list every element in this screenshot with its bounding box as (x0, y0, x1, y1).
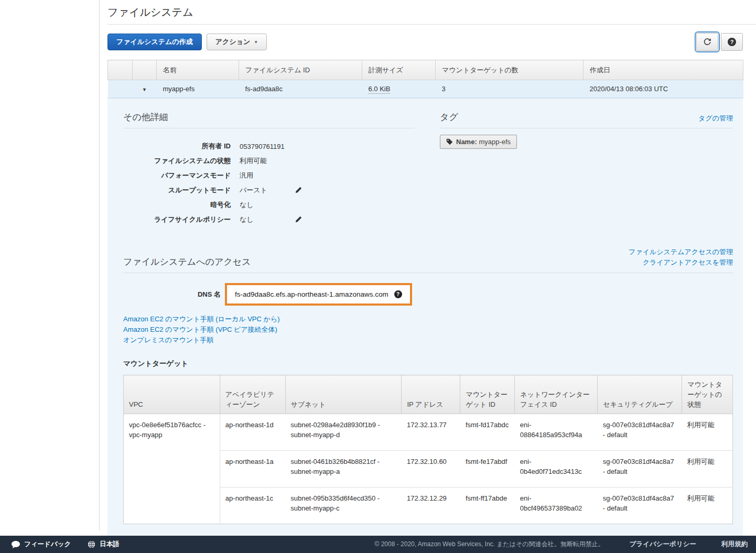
field-lifecycle-policy: ライフサイクルポリシー なし (123, 212, 415, 227)
speech-bubble-icon (12, 541, 20, 548)
feedback-label: フィードバック (24, 540, 71, 549)
page-title: ファイルシステム (107, 5, 756, 25)
main-content: ファイルシステム ファイルシステムの作成 アクション ▼ ? (100, 0, 756, 543)
filesystem-access-section: ファイルシステムへのアクセス ファイルシステムアクセスの管理 クライアントアクセ… (123, 247, 733, 524)
field-value: なし (240, 200, 254, 210)
ec2-mount-local-vpc-link[interactable]: Amazon EC2 のマウント手順 (ローカル VPC から) (123, 314, 733, 324)
field-value: 053790761191 (240, 143, 285, 150)
field-label: 所有者 ID (123, 142, 231, 151)
filesystem-row[interactable]: ▼ myapp-efs fs-ad9daa8c 6.0 KiB 3 2020/0… (108, 80, 743, 98)
refresh-button[interactable] (696, 33, 718, 51)
cell-mount-target-state: 利用可能 (682, 487, 733, 524)
cell-mount-target-id: fsmt-fe17abdf (460, 451, 515, 487)
cell-mount-target-state: 利用可能 (682, 414, 733, 451)
language-selector[interactable]: 日本語 (88, 540, 120, 549)
header-security-group: セキュリティグループ (598, 375, 682, 414)
actions-button-label: アクション (215, 37, 251, 47)
language-label: 日本語 (100, 540, 120, 549)
row-expand-caret-icon[interactable]: ▼ (142, 87, 147, 92)
ec2-mount-vpc-peering-link[interactable]: Amazon EC2 のマウント手順 (VPC ピア接続全体) (123, 324, 733, 335)
terms-of-use-link[interactable]: 利用規約 (721, 540, 748, 549)
field-label: スループットモード (123, 186, 231, 195)
header-mount-target-count: マウントターゲットの数 (436, 60, 584, 80)
field-label: ファイルシステムの状態 (123, 156, 231, 166)
field-value: なし (240, 215, 254, 224)
mount-targets-heading: マウントターゲット (123, 359, 733, 368)
footer: フィードバック 日本語 © 2008 - 2020, Amazon Web Se… (0, 536, 756, 553)
header-creation-date: 作成日 (584, 60, 743, 80)
onpremises-mount-link[interactable]: オンプレミスのマウント手順 (123, 335, 733, 345)
cell-security-group: sg-007e03c81df4ac8a7 - default (598, 487, 682, 524)
detail-panel: その他詳細 所有者 ID 053790761191 ファイルシステムの状態 利用… (107, 98, 743, 543)
dns-name-value: fs-ad9daa8c.efs.ap-northeast-1.amazonaws… (235, 290, 388, 298)
cell-network-interface-id: eni-08864185a953cf94a (515, 414, 598, 451)
cell-name: myapp-efs (157, 80, 239, 98)
create-filesystem-button[interactable]: ファイルシステムの作成 (107, 34, 202, 50)
cell-network-interface-id: eni-0b4ed0f71edc3413c (515, 451, 598, 487)
tags-heading: タグ (440, 111, 458, 123)
other-details-heading: その他詳細 (123, 111, 415, 123)
help-icon: ? (728, 38, 736, 46)
dns-help-icon[interactable]: ? (394, 290, 402, 298)
cell-mount-target-count: 3 (436, 80, 584, 98)
cell-az: ap-northeast-1c (220, 487, 285, 524)
cell-network-interface-id: eni-0bcf496537389ba02 (515, 487, 598, 524)
cell-mount-target-id: fsmt-ff17abde (460, 487, 515, 524)
header-subnet: サブネット (285, 375, 402, 414)
filesystem-table-header: 名前 ファイルシステム ID 計測サイズ マウントターゲットの数 作成日 (108, 60, 743, 80)
cell-metered-size[interactable]: 6.0 KiB (369, 85, 391, 94)
field-owner-id: 所有者 ID 053790761191 (123, 139, 415, 154)
cell-subnet: subnet-095b335d6f4ecd350 - subnet-myapp-… (285, 487, 402, 524)
cell-subnet: subnet-0461b326b4b8821cf - subnet-myapp-… (285, 451, 402, 487)
cell-subnet: subnet-0298a4e2d8930f1b9 - subnet-myapp-… (285, 414, 402, 451)
cell-mount-target-id: fsmt-fd17abdc (460, 414, 515, 451)
manage-tags-link[interactable]: タグの管理 (698, 114, 733, 123)
edit-pencil-icon[interactable] (295, 216, 302, 223)
header-caret-spacer (133, 60, 157, 80)
manage-client-access-link[interactable]: クライアントアクセスを管理 (629, 257, 733, 268)
cell-az: ap-northeast-1a (220, 451, 285, 487)
feedback-button[interactable]: フィードバック (12, 540, 71, 549)
copyright-text: © 2008 - 2020, Amazon Web Services, Inc.… (375, 540, 604, 549)
field-encryption: 暗号化 なし (123, 198, 415, 212)
field-value: バースト (240, 186, 267, 195)
header-radio-spacer (108, 60, 133, 80)
field-label: ライフサイクルポリシー (123, 215, 231, 224)
privacy-policy-link[interactable]: プライバシーポリシー (630, 540, 696, 549)
edit-pencil-icon[interactable] (295, 187, 302, 193)
header-network-interface-id: ネットワークインターフェイス ID (515, 375, 598, 414)
dns-row: DNS 名 fs-ad9daa8c.efs.ap-northeast-1.ama… (123, 283, 733, 306)
field-filesystem-state: ファイルシステムの状態 利用可能 (123, 154, 415, 168)
help-button[interactable]: ? (721, 33, 743, 51)
cell-ip: 172.32.12.29 (402, 487, 460, 524)
header-ip: IP アドレス (402, 375, 460, 414)
other-details-section: その他詳細 所有者 ID 053790761191 ファイルシステムの状態 利用… (123, 111, 415, 227)
header-mount-target-id: マウントターゲット ID (460, 375, 515, 414)
mount-targets-header: VPC アベイラビリティーゾーン サブネット IP アドレス マウントターゲット… (124, 375, 733, 414)
actions-button[interactable]: アクション ▼ (207, 34, 267, 50)
status-badge: 利用可能 (240, 156, 267, 166)
field-value: 汎用 (240, 171, 253, 180)
manage-filesystem-access-link[interactable]: ファイルシステムアクセスの管理 (629, 247, 733, 257)
tag-text: Name: myapp-efs (456, 138, 511, 146)
filesystem-table: 名前 ファイルシステム ID 計測サイズ マウントターゲットの数 作成日 ▼ m… (107, 60, 743, 98)
tag-icon (446, 138, 453, 145)
chevron-down-icon: ▼ (254, 40, 258, 45)
field-throughput-mode: スループットモード バースト (123, 183, 415, 198)
header-name: 名前 (157, 60, 239, 80)
mount-target-row: vpc-0e8e6ef51b76acfcc - vpc-myapp ap-nor… (124, 414, 733, 451)
tags-section: タグ タグの管理 Name: myapp-efs (440, 111, 733, 227)
field-label: パフォーマンスモード (123, 171, 231, 180)
mount-instruction-links: Amazon EC2 のマウント手順 (ローカル VPC から) Amazon … (123, 314, 733, 345)
field-performance-mode: パフォーマンスモード 汎用 (123, 168, 415, 183)
left-gutter (0, 0, 100, 530)
header-filesystem-id: ファイルシステム ID (239, 60, 362, 80)
cell-creation-date: 2020/04/13 08:06:03 UTC (584, 80, 743, 98)
cell-ip: 172.32.10.60 (402, 451, 460, 487)
globe-icon (88, 540, 95, 548)
refresh-icon (703, 38, 711, 46)
cell-filesystem-id: fs-ad9daa8c (239, 80, 362, 98)
header-metered-size: 計測サイズ (362, 60, 436, 80)
field-label: 暗号化 (123, 200, 231, 210)
filesystem-access-heading: ファイルシステムへのアクセス (123, 256, 251, 268)
